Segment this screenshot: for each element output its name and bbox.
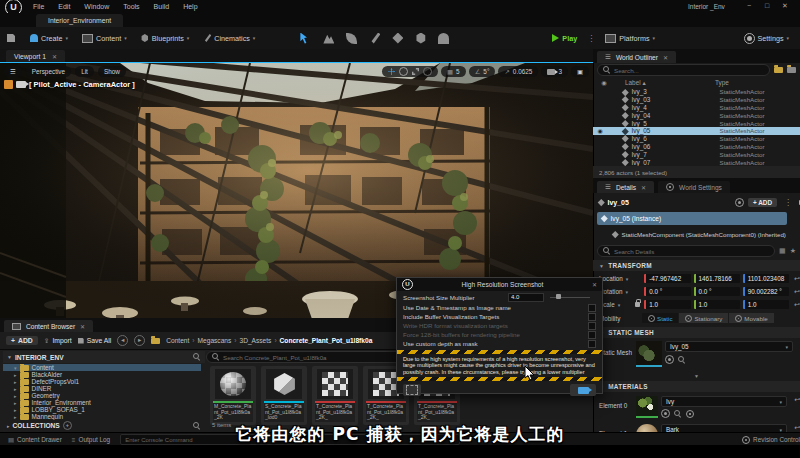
mobility-option[interactable]: Stationary <box>679 313 729 323</box>
browse-to-asset-icon[interactable] <box>674 410 682 418</box>
viewport-tab-close-icon[interactable]: ✕ <box>52 53 57 60</box>
expand-arrow-icon[interactable] <box>14 385 17 392</box>
transform-row-label[interactable]: Location▾ <box>599 275 632 282</box>
asset-tile[interactable]: M_Concrete_Plant_Pot_u1l8fk0a_2K <box>210 366 256 425</box>
content-browser-tab-close-icon[interactable]: ✕ <box>80 323 85 330</box>
settings-button[interactable]: Settings▾ <box>737 27 797 49</box>
new-folder-icon[interactable] <box>774 67 783 73</box>
content-button[interactable]: Content▾ <box>75 27 134 49</box>
details-tab[interactable]: ☰ Details ✕ <box>597 181 654 193</box>
menu-item[interactable]: Tools <box>116 0 146 13</box>
outliner-row[interactable]: ◉ Ivy_05 StaticMeshActor <box>593 127 800 135</box>
folder-tree-item[interactable]: Mannequin <box>3 413 201 420</box>
transform-row-label[interactable]: Rotation▾ <box>599 288 632 295</box>
play-button[interactable]: Play <box>545 27 584 49</box>
scale-lock-icon[interactable] <box>635 302 641 307</box>
foliage-mode-icon[interactable] <box>346 33 357 44</box>
expand-arrow-icon[interactable] <box>14 406 17 413</box>
material-options-icon[interactable] <box>686 410 694 418</box>
outliner-row[interactable]: ◉ Ivy_07 StaticMeshActor <box>593 158 800 166</box>
viewport-mode-pill[interactable]: Lit <box>75 66 94 77</box>
cb-add-button[interactable]: +ADD <box>6 336 38 345</box>
outliner-row[interactable]: ◉ Ivy_6 StaticMeshActor <box>593 135 800 143</box>
static-mesh-thumbnail[interactable] <box>636 341 662 367</box>
angle-snap-button[interactable]: ∠5° <box>469 66 496 77</box>
details-options-icon[interactable]: ⋮ <box>784 198 792 207</box>
material-reset-icon[interactable]: ↩ <box>794 396 800 404</box>
materials-section-header[interactable]: ▼MATERIALS <box>593 381 800 392</box>
cb-save-all-button[interactable]: Save All <box>78 337 112 344</box>
level-tab[interactable]: Interior_Environment <box>36 14 123 27</box>
menu-item[interactable]: Edit <box>51 0 77 13</box>
y-value-field[interactable]: 0.0 ° <box>694 287 740 296</box>
option-checkbox[interactable] <box>588 322 596 330</box>
menu-item[interactable]: Build <box>147 0 177 13</box>
world-outliner-tab[interactable]: ☰ World Outliner ✕ <box>597 51 676 63</box>
mesh-paint-mode-icon[interactable] <box>369 33 380 44</box>
refresh-icon[interactable] <box>735 198 744 207</box>
component-row[interactable]: StaticMeshComponent (StaticMeshComponent… <box>597 228 800 241</box>
multiplier-input[interactable] <box>508 293 544 302</box>
visibility-column-icon[interactable]: ◉ <box>597 79 611 87</box>
x-value-field[interactable]: -47.967462 <box>644 274 690 283</box>
multiplier-slider[interactable] <box>550 297 590 298</box>
expand-advanced-icon[interactable]: ▼ <box>593 373 800 380</box>
play-options-icon[interactable]: ⋮ <box>587 34 595 43</box>
platforms-button[interactable]: Platforms▾ <box>598 27 662 49</box>
outliner-row[interactable]: ◉ Ivy_5 StaticMeshActor <box>593 119 800 127</box>
save-icon[interactable] <box>7 34 15 42</box>
folder-tree-item[interactable]: DINER <box>3 385 201 392</box>
take-screenshot-button[interactable] <box>570 384 596 396</box>
expand-arrow-icon[interactable] <box>14 399 17 406</box>
use-selected-icon[interactable] <box>661 409 670 418</box>
modeling-mode-icon[interactable] <box>415 33 426 44</box>
material-dropdown[interactable]: Ivy▾ <box>661 396 787 407</box>
move-gizmo-icon[interactable] <box>388 68 395 75</box>
world-outliner-tab-close-icon[interactable]: ✕ <box>663 54 668 61</box>
breadcrumb-item[interactable]: 3D_Assets <box>240 337 272 344</box>
mobility-option[interactable]: Static <box>642 313 679 323</box>
minimize-button[interactable]: − <box>742 1 756 11</box>
grid-snap-button[interactable]: ▦5 <box>441 66 466 77</box>
animation-mode-icon[interactable] <box>438 33 449 44</box>
dialog-close-icon[interactable]: ✕ <box>592 281 597 288</box>
capture-region-button[interactable] <box>403 384 421 396</box>
x-value-field[interactable]: 0.0 ° <box>644 287 690 296</box>
maximize-viewport-button[interactable]: ▣ <box>571 66 589 77</box>
material-thumbnail[interactable] <box>636 396 658 418</box>
cb-import-button[interactable]: ⇪Import <box>44 337 72 345</box>
rotate-gizmo-icon[interactable] <box>399 67 408 76</box>
static-mesh-section-header[interactable]: ▼STATIC MESH <box>593 327 800 338</box>
expand-arrow-icon[interactable] <box>14 371 17 378</box>
viewport-mode-pill[interactable]: Show <box>98 66 126 77</box>
mobility-option[interactable]: Movable <box>729 313 774 323</box>
details-search-input[interactable] <box>614 248 769 255</box>
transform-section-header[interactable]: ▼TRANSFORM <box>593 260 800 271</box>
camera-shortcut-button[interactable]: 3 <box>541 66 568 77</box>
folder-tree-item[interactable]: Interior_Environment <box>3 399 201 406</box>
outliner-row[interactable]: ◉ Ivy_03 StaticMeshActor <box>593 96 800 104</box>
reset-to-default-icon[interactable]: ↩ <box>794 275 800 283</box>
camera-speed-button[interactable]: ↗0.0625 <box>498 66 538 77</box>
details-search[interactable] <box>597 245 775 257</box>
reset-to-default-icon[interactable]: ↩ <box>794 288 800 296</box>
viewport-mode-pill[interactable]: Perspective <box>26 66 71 77</box>
viewport-tab[interactable]: Viewport 1 ✕ <box>6 50 65 62</box>
select-mode-icon[interactable] <box>300 33 311 44</box>
outliner-row[interactable]: ◉ Ivy_06 StaticMeshActor <box>593 143 800 151</box>
type-column-header[interactable]: Type <box>715 79 729 86</box>
folder-tree-item[interactable]: LOBBY_SOFAS_1 <box>3 406 201 413</box>
folder-options-icon[interactable] <box>787 67 796 73</box>
label-column-header[interactable]: Label ▴ <box>611 79 715 87</box>
details-tab-close-icon[interactable]: ✕ <box>641 184 646 191</box>
slider-knob[interactable] <box>556 294 561 299</box>
outliner-search[interactable] <box>597 64 770 76</box>
menu-item[interactable]: Window <box>77 0 116 13</box>
world-settings-tab[interactable]: World Settings <box>658 181 730 193</box>
folder-tree-item[interactable]: BlackAlder <box>3 371 201 378</box>
dialog-title-bar[interactable]: U High Resolution Screenshot ✕ <box>397 278 602 291</box>
asset-tile[interactable]: S_Concrete_Plant_Pot_u1l8fk0a_lod0 <box>261 366 307 425</box>
expand-arrow-icon[interactable] <box>14 364 17 371</box>
visibility-eye-icon[interactable]: ◉ <box>593 127 607 134</box>
x-value-field[interactable]: 1.0 <box>644 300 690 309</box>
